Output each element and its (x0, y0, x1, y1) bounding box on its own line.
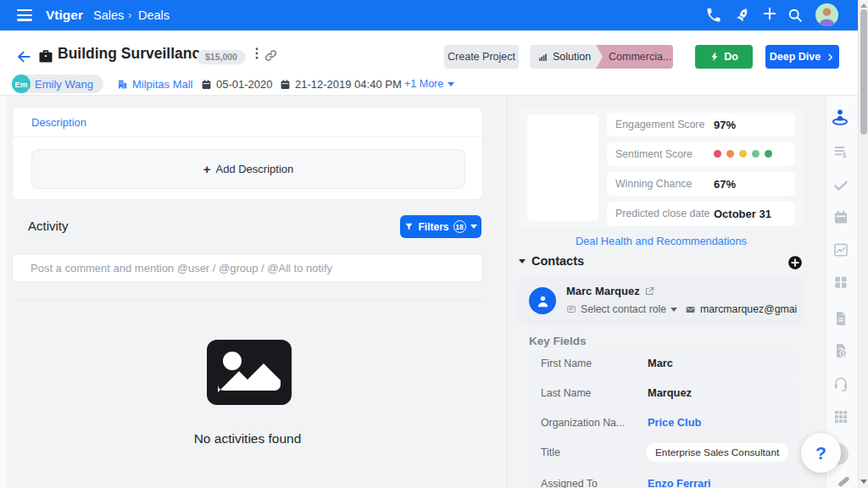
contact-email[interactable]: marcmarquez@gmai... (685, 303, 797, 315)
kebab-icon[interactable]: ⋮ (250, 45, 264, 61)
contacts-collapse-caret[interactable] (519, 259, 526, 263)
grid-icon[interactable] (832, 408, 849, 425)
headset-icon[interactable] (832, 375, 849, 392)
add-contact-button[interactable] (787, 255, 803, 270)
person-icon (535, 293, 551, 309)
key-field-row: Organization Na... Price Club (529, 410, 793, 435)
description-card: Description + Add Description (12, 107, 483, 200)
contact-card: Marc Marquez Select contact role marcmar… (519, 277, 804, 325)
bar-chart-icon (537, 52, 548, 63)
title-pill[interactable]: Enterprise Sales Consultant (646, 443, 788, 462)
stage-next[interactable]: Commercia... (596, 45, 673, 69)
scroll-down-arrow[interactable] (860, 480, 867, 484)
score-row: Engagement Score 97% (607, 113, 795, 136)
comment-input-wrap (12, 253, 483, 282)
image-placeholder-icon (207, 340, 292, 405)
tab-description[interactable]: Description (13, 108, 482, 137)
panel-divider (507, 96, 508, 488)
calendar-icon (201, 79, 212, 90)
modified-time-field[interactable]: 21-12-2019 04:40 PM (280, 75, 402, 93)
list-dollar-icon[interactable]: $ (832, 143, 849, 160)
envelope-icon (685, 304, 696, 315)
caret-down-icon (470, 225, 477, 229)
contacts-section-title: Contacts (531, 254, 584, 268)
key-field-row: First Name Marc (529, 351, 793, 375)
search-icon[interactable] (787, 7, 804, 24)
key-field-row: Assigned To Enzo Ferrari (529, 471, 793, 488)
more-fields-toggle[interactable]: +1 More (404, 75, 454, 93)
external-link-icon[interactable] (644, 285, 655, 296)
person-360-icon[interactable] (830, 107, 850, 127)
organization-field[interactable]: Milpitas Mall (117, 75, 193, 93)
calendar-icon (280, 79, 291, 90)
key-fields-title: Key Fields (529, 335, 587, 347)
close-date-field[interactable]: 05-01-2020 (201, 75, 273, 93)
chart-line-icon[interactable] (832, 241, 849, 258)
score-row: Predicted close date October 31 (607, 202, 795, 225)
contact-role-select[interactable]: Select contact role (566, 303, 677, 315)
deep-dive-button[interactable]: Deep Dive (765, 45, 839, 69)
back-arrow-icon[interactable] (15, 48, 32, 65)
link-icon[interactable] (264, 48, 278, 63)
contact-avatar[interactable] (529, 287, 556, 314)
help-button[interactable]: ? (801, 433, 841, 473)
caret-down-icon (670, 308, 677, 312)
do-button[interactable]: Do (695, 45, 753, 69)
window-scrollbar[interactable] (858, 0, 868, 488)
user-avatar[interactable] (815, 3, 838, 26)
caret-down-icon (448, 82, 454, 86)
owner-initials-avatar: Em (12, 75, 31, 93)
bolt-icon (709, 52, 720, 62)
deal-header: Building Surveillance $15,000 ⋮ Create P… (0, 30, 858, 96)
chevron-right-icon (826, 53, 835, 62)
brand-logo[interactable]: Vtiger (46, 8, 83, 23)
top-navbar: Vtiger Sales › Deals (0, 0, 858, 30)
breadcrumb-module[interactable]: Deals (138, 8, 170, 22)
breadcrumb-app[interactable]: Sales (93, 8, 124, 22)
pipeline-stage-widget[interactable]: Solution Commercia... (530, 45, 673, 69)
amount-badge: $15,000 (197, 50, 246, 64)
phone-icon[interactable] (705, 7, 722, 24)
add-description-button[interactable]: + Add Description (31, 149, 465, 189)
filters-button[interactable]: Filters 18 (400, 215, 481, 238)
field-value[interactable]: Marquez (648, 386, 692, 399)
document-clock-icon[interactable] (832, 342, 849, 359)
key-field-row: Title Enterprise Sales Consultant (529, 440, 793, 466)
card-icon (566, 304, 576, 314)
deal-health-card: Engagement Score 97% Sentiment Score Win… (519, 107, 804, 229)
scroll-up-arrow[interactable] (860, 3, 867, 8)
deal-title: Building Surveillance (58, 45, 209, 63)
briefcase-icon (37, 47, 54, 64)
deal-health-link[interactable]: Deal Health and Recommendations (519, 235, 804, 247)
divider (17, 299, 481, 300)
key-field-row: Last Name Marquez (529, 380, 793, 405)
health-gauge-placeholder (527, 114, 598, 221)
contact-name[interactable]: Marc Marquez (566, 285, 640, 297)
svg-text:$: $ (843, 151, 847, 159)
score-row: Sentiment Score (607, 142, 795, 166)
organization-link[interactable]: Price Club (648, 416, 701, 429)
filters-count-badge: 18 (453, 220, 466, 233)
create-project-button[interactable]: Create Project (444, 45, 519, 69)
check-icon[interactable] (832, 177, 849, 194)
document-icon[interactable] (832, 310, 849, 327)
score-row: Winning Chance 67% (607, 172, 795, 196)
owner-name: Emily Wang (35, 78, 93, 91)
box-icon[interactable] (832, 274, 849, 291)
scrollbar-thumb[interactable] (860, 9, 867, 135)
empty-state-message: No activities found (12, 431, 483, 446)
rocket-icon[interactable] (734, 7, 751, 24)
left-gutter (0, 96, 7, 488)
breadcrumb-separator: › (128, 8, 131, 21)
owner-pill[interactable]: Em Emily Wang (12, 75, 103, 93)
stage-current[interactable]: Solution (530, 45, 596, 69)
stage-chevron (596, 45, 603, 69)
assigned-to-link[interactable]: Enzo Ferrari (648, 477, 711, 488)
funnel-icon (404, 222, 414, 231)
hamburger-icon[interactable] (17, 9, 32, 21)
calendar-icon[interactable] (832, 208, 849, 225)
field-value[interactable]: Marc (648, 357, 673, 369)
plus-icon[interactable] (761, 5, 778, 22)
comment-input[interactable] (13, 254, 482, 281)
building-icon (117, 79, 128, 90)
